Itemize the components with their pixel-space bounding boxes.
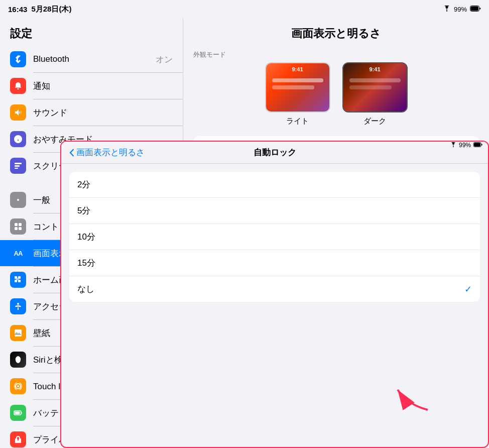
autolock-check-icon: ✓	[464, 284, 472, 295]
autolock-option-2min[interactable]: 2分	[69, 172, 480, 198]
autolock-option-none-label: なし	[77, 283, 94, 295]
autolock-option-10min-label: 10分	[77, 231, 95, 243]
autolock-overlay: 画面表示と明るさ 自動ロック 99%	[0, 0, 489, 448]
popup-battery-pct: 99%	[459, 142, 471, 149]
popup-status-bar: 99%	[450, 142, 483, 149]
popup-battery-icon	[473, 142, 483, 149]
autolock-option-15min-label: 15分	[77, 257, 95, 269]
arrow-annotation	[388, 375, 438, 417]
autolock-options-list: 2分 5分 10分 15分 なし ✓	[69, 172, 480, 302]
autolock-option-10min[interactable]: 10分	[69, 224, 480, 250]
svg-rect-24	[474, 143, 480, 147]
autolock-option-5min[interactable]: 5分	[69, 198, 480, 224]
svg-point-22	[453, 146, 454, 147]
autolock-option-5min-label: 5分	[77, 205, 90, 216]
popup-wifi-icon	[450, 142, 457, 149]
autolock-option-none[interactable]: なし ✓	[69, 276, 480, 302]
autolock-nav: 画面表示と明るさ 自動ロック 99%	[61, 142, 488, 164]
autolock-panel: 画面表示と明るさ 自動ロック 99%	[60, 141, 489, 448]
autolock-option-2min-label: 2分	[77, 179, 90, 190]
autolock-panel-title: 自動ロック	[254, 147, 296, 158]
autolock-back-button[interactable]: 画面表示と明るさ	[69, 147, 145, 158]
autolock-option-15min[interactable]: 15分	[69, 250, 480, 276]
autolock-back-label: 画面表示と明るさ	[76, 147, 145, 158]
